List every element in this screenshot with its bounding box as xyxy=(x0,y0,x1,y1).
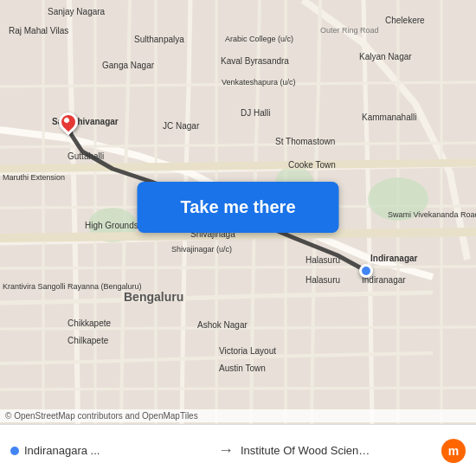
from-text: Indiranagara ... xyxy=(24,444,100,457)
moovit-logo[interactable]: m xyxy=(441,439,466,463)
svg-point-1 xyxy=(368,177,428,221)
take-me-there-button[interactable]: Take me there xyxy=(137,182,338,233)
to-text: Institute Of Wood Sciences And T... xyxy=(241,444,370,457)
copyright-bar: © OpenStreetMap contributors and OpenMap… xyxy=(0,409,476,422)
map-container: Sanjay Nagara Raj Mahal Vilas Sulthanpal… xyxy=(0,0,476,424)
moovit-icon: m xyxy=(441,439,466,463)
origin-pin xyxy=(59,113,78,132)
to-location: Institute Of Wood Sciences And T... xyxy=(241,444,441,457)
bottom-bar: Indiranagara ... → Institute Of Wood Sci… xyxy=(0,424,476,476)
copyright-text: © OpenStreetMap contributors and OpenMap… xyxy=(5,411,198,421)
from-dot xyxy=(10,447,19,455)
from-location: Indiranagara ... xyxy=(10,444,211,457)
destination-pin xyxy=(359,264,373,278)
arrow-icon: → xyxy=(211,441,241,460)
